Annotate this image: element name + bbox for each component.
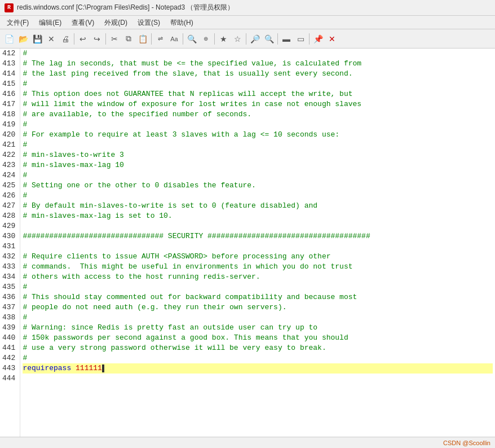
pin-button[interactable]: 📌 — [311, 32, 325, 46]
redo-button[interactable]: ↪ — [90, 32, 104, 46]
code-line: # This should stay commented out for bac… — [23, 292, 493, 302]
code-line: # — [23, 353, 493, 363]
code-line: # — [23, 282, 493, 292]
code-line: # — [23, 49, 493, 59]
code-line: # For example to require at least 3 slav… — [23, 130, 493, 140]
status-text: CSDN @Scoollin — [443, 440, 490, 446]
line-number: 433 — [2, 262, 15, 272]
separator-7 — [277, 33, 278, 45]
line-number: 413 — [2, 59, 15, 69]
code-line: # — [23, 170, 493, 181]
block2-button[interactable]: ▭ — [294, 32, 307, 46]
line-number: 429 — [2, 221, 15, 231]
line-number: 425 — [2, 181, 15, 191]
code-line: # — [23, 313, 493, 323]
code-line: # 150k passwords per second against a go… — [23, 333, 493, 343]
line-number: 430 — [2, 231, 15, 241]
menu-help[interactable]: 帮助(H) — [166, 17, 198, 28]
code-line: # min-slaves-max-lag is set to 10. — [23, 211, 493, 221]
code-area[interactable]: ## The lag in seconds, that must be <= t… — [20, 49, 495, 437]
find-next-button[interactable]: ⊕ — [199, 32, 213, 46]
line-number: 427 — [2, 201, 15, 211]
line-number: 424 — [2, 170, 15, 181]
close-button[interactable]: ✕ — [45, 32, 58, 46]
code-line: # Require clients to issue AUTH <PASSWOR… — [23, 252, 493, 262]
code-line — [23, 221, 493, 231]
code-line: requirepass 111111 — [23, 363, 493, 374]
copy-button[interactable]: ⧉ — [122, 32, 135, 46]
menu-file[interactable]: 文件(F) — [2, 17, 33, 28]
code-line: # people do not need auth (e.g. they run… — [23, 302, 493, 313]
line-number: 428 — [2, 211, 15, 221]
menu-bar: 文件(F) 编辑(E) 查看(V) 外观(D) 设置(S) 帮助(H) — [0, 16, 495, 29]
code-line: # By default min-slaves-to-write is set … — [23, 201, 493, 211]
zoom-in-button[interactable]: 🔎 — [248, 32, 262, 46]
code-line: # Warning: since Redis is pretty fast an… — [23, 323, 493, 333]
code-line: # — [23, 120, 493, 130]
line-number: 443 — [2, 363, 15, 374]
toolbar: 📄 📂 💾 ✕ 🖨 ↩ ↪ ✂ ⧉ 📋 ⇌ Aa 🔍 ⊕ ★ ☆ 🔎 🔍 ▬ ▭… — [0, 29, 495, 49]
separator-1 — [74, 33, 74, 45]
line-number: 441 — [2, 343, 15, 353]
code-line: # commands. This might be useful in envi… — [23, 262, 493, 272]
code-line: # the last ping received from the slave,… — [23, 69, 493, 79]
separator-2 — [105, 33, 106, 45]
separator-6 — [246, 33, 246, 45]
close-x-button[interactable]: ✕ — [325, 32, 339, 46]
find-button[interactable]: 🔍 — [185, 32, 198, 46]
code-line: # — [23, 140, 493, 150]
menu-edit[interactable]: 编辑(E) — [34, 17, 66, 28]
status-bar: CSDN @Scoollin — [0, 437, 495, 448]
line-number: 440 — [2, 333, 15, 343]
line-number: 434 — [2, 272, 15, 282]
case-button[interactable]: Aa — [167, 32, 181, 46]
line-numbers: 4124134144154164174184194204214224234244… — [0, 49, 20, 437]
line-number: 412 — [2, 49, 15, 59]
code-line: # Setting one or the other to 0 disables… — [23, 181, 493, 191]
code-line: # min-slaves-max-lag 10 — [23, 160, 493, 170]
save-button[interactable]: 💾 — [30, 32, 44, 46]
code-line: # This option does not GUARANTEE that N … — [23, 89, 493, 99]
line-number: 426 — [2, 191, 15, 201]
line-number: 431 — [2, 241, 15, 252]
code-line: # — [23, 79, 493, 89]
menu-appearance[interactable]: 外观(D) — [100, 17, 132, 28]
line-number: 444 — [2, 374, 15, 384]
open-button[interactable]: 📂 — [16, 32, 30, 46]
line-number: 442 — [2, 353, 15, 363]
window-title: redis.windows.conf [C:\Program Files\Red… — [17, 3, 234, 12]
line-number: 439 — [2, 323, 15, 333]
line-number: 435 — [2, 282, 15, 292]
code-line: # others with access to the host running… — [23, 272, 493, 282]
wrap-button[interactable]: ⇌ — [153, 32, 167, 46]
line-number: 423 — [2, 160, 15, 170]
star-button[interactable]: ★ — [216, 32, 230, 46]
title-bar: R redis.windows.conf [C:\Program Files\R… — [0, 0, 495, 16]
code-line — [23, 374, 493, 384]
code-line: # are available, to the specified number… — [23, 109, 493, 120]
line-number: 437 — [2, 302, 15, 313]
menu-view[interactable]: 查看(V) — [67, 17, 99, 28]
code-line: # — [23, 191, 493, 201]
line-number: 436 — [2, 292, 15, 302]
line-number: 414 — [2, 69, 15, 79]
new-button[interactable]: 📄 — [2, 32, 16, 46]
code-line — [23, 241, 493, 252]
separator-4 — [183, 33, 183, 45]
block-button[interactable]: ▬ — [280, 32, 293, 46]
line-number: 418 — [2, 109, 15, 120]
undo-button[interactable]: ↩ — [76, 32, 90, 46]
star-outline-button[interactable]: ☆ — [231, 32, 244, 46]
code-line: ################################ SECURIT… — [23, 231, 493, 241]
line-number: 421 — [2, 140, 15, 150]
separator-3 — [151, 33, 152, 45]
line-number: 419 — [2, 120, 15, 130]
line-number: 438 — [2, 313, 15, 323]
menu-settings[interactable]: 设置(S) — [133, 17, 165, 28]
paste-button[interactable]: 📋 — [136, 32, 149, 46]
line-number: 417 — [2, 99, 15, 109]
code-line: # min-slaves-to-write 3 — [23, 150, 493, 160]
print-button[interactable]: 🖨 — [59, 32, 72, 46]
zoom-out-button[interactable]: 🔍 — [262, 32, 276, 46]
cut-button[interactable]: ✂ — [108, 32, 121, 46]
